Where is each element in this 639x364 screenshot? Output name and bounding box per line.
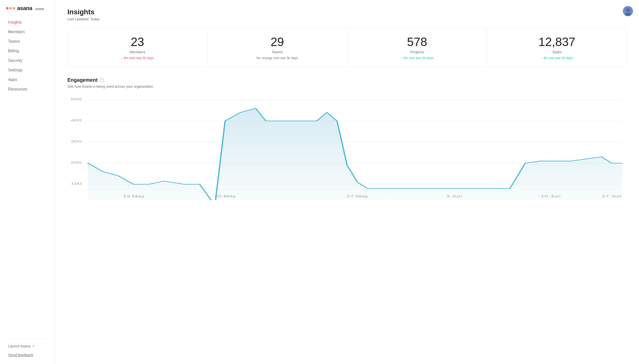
page-title: Insights xyxy=(67,8,100,16)
arrow-up-icon-tasks: ↑ xyxy=(541,56,543,60)
y-label-500: 500 xyxy=(71,97,82,101)
avatar-image xyxy=(623,6,633,16)
logo-area: asana ADMIN xyxy=(0,5,55,18)
asana-logo-icon xyxy=(6,7,15,10)
launch-asana-label: Launch Asana xyxy=(8,344,30,348)
engagement-title: Engagement xyxy=(67,77,98,83)
x-label-17jun: 17 Jun xyxy=(602,194,622,198)
user-avatar[interactable] xyxy=(623,6,633,16)
send-feedback-link[interactable]: Send feedback xyxy=(2,351,53,359)
x-label-10jun: 10 Jun xyxy=(541,194,561,198)
stat-card-projects: 578 Projects ↑ 8% over last 30 days xyxy=(347,28,487,67)
sidebar-item-resources[interactable]: Resources xyxy=(2,84,53,94)
stat-change-teams: No change over last 30 days xyxy=(214,56,341,60)
external-link-icon: ↗ xyxy=(32,344,34,348)
stats-row: 23 Members ↓ 4% over last 30 days 29 Tea… xyxy=(67,28,627,67)
main-content: Insights Last Updated: Today 23 Members … xyxy=(55,0,639,364)
stat-change-members: ↓ 4% over last 30 days xyxy=(74,56,201,60)
y-label-100: 100 xyxy=(71,182,82,186)
stat-label-teams: Teams xyxy=(214,50,341,54)
arrow-down-icon: ↓ xyxy=(121,56,124,60)
x-label-13may: 13 May xyxy=(123,194,145,198)
x-label-3jun: 3 Jun xyxy=(446,194,462,198)
logo-text: asana xyxy=(17,5,32,12)
y-label-400: 400 xyxy=(71,118,82,122)
logo-dot-pink xyxy=(9,7,12,10)
logo-dot-coral xyxy=(13,7,15,10)
sidebar-item-members[interactable]: Members xyxy=(2,27,53,37)
stat-change-projects: ↑ 8% over last 30 days xyxy=(353,56,481,60)
stat-number-tasks: 12,837 xyxy=(493,35,621,49)
y-label-200: 200 xyxy=(71,161,82,164)
x-label-27may: 27 May xyxy=(346,194,368,198)
arrow-up-icon-projects: ↑ xyxy=(401,56,403,60)
engagement-header: Engagement ? xyxy=(67,77,627,83)
header-row: Insights Last Updated: Today xyxy=(67,8,627,28)
stat-card-members: 23 Members ↓ 4% over last 30 days xyxy=(68,28,208,67)
sidebar: asana ADMIN Insights Members Teams Billi… xyxy=(0,0,55,364)
stat-card-teams: 29 Teams No change over last 30 days xyxy=(208,28,347,67)
x-label-20may: 20 May xyxy=(214,194,236,198)
sidebar-bottom: Launch Asana ↗ Send feedback xyxy=(0,342,55,359)
logo-dot-red xyxy=(6,7,9,10)
stat-label-members: Members xyxy=(74,50,201,54)
engagement-chart-svg: 500 400 300 200 100 xyxy=(67,95,627,200)
launch-asana-link[interactable]: Launch Asana ↗ xyxy=(2,342,53,350)
svg-point-1 xyxy=(626,8,630,12)
engagement-section: Engagement ? See how Asana is being used… xyxy=(67,77,627,201)
sidebar-nav: Insights Members Teams Billing Security … xyxy=(0,18,55,335)
sidebar-divider xyxy=(6,338,49,339)
engagement-description: See how Asana is being used across your … xyxy=(67,84,627,88)
stat-number-teams: 29 xyxy=(214,35,341,49)
chart-area-fill xyxy=(88,108,622,200)
stat-number-projects: 578 xyxy=(353,35,481,49)
sidebar-item-settings[interactable]: Settings xyxy=(2,65,53,75)
engagement-chart: 500 400 300 200 100 xyxy=(67,95,627,201)
header-info: Insights Last Updated: Today xyxy=(67,8,100,28)
sidebar-item-apps[interactable]: Apps xyxy=(2,75,53,84)
stat-label-tasks: Tasks xyxy=(493,50,621,54)
stat-card-tasks: 12,837 Tasks ↑ 90 over last 30 days xyxy=(487,28,627,67)
last-updated: Last Updated: Today xyxy=(67,17,100,21)
sidebar-item-insights[interactable]: Insights xyxy=(2,18,53,27)
sidebar-item-billing[interactable]: Billing xyxy=(2,46,53,56)
sidebar-item-security[interactable]: Security xyxy=(2,56,53,65)
stat-label-projects: Projects xyxy=(353,50,481,54)
stat-change-tasks: ↑ 90 over last 30 days xyxy=(493,56,621,60)
sidebar-item-teams[interactable]: Teams xyxy=(2,37,53,46)
stat-number-members: 23 xyxy=(74,35,201,49)
help-icon[interactable]: ? xyxy=(100,78,104,82)
admin-badge: ADMIN xyxy=(35,8,44,11)
y-label-300: 300 xyxy=(71,140,82,143)
